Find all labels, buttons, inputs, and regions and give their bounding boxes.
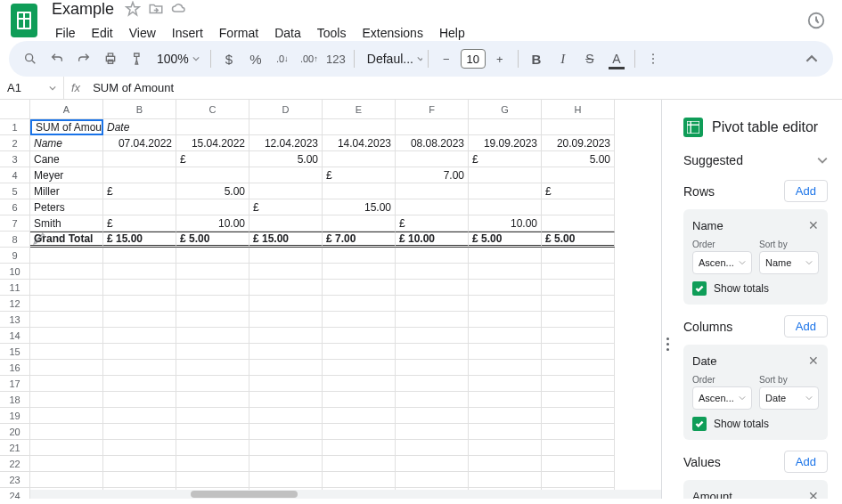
font-size-dec[interactable]: −: [434, 46, 459, 71]
cell[interactable]: [249, 280, 323, 296]
cell[interactable]: [542, 328, 615, 344]
cell[interactable]: £: [469, 151, 542, 167]
cell[interactable]: [103, 472, 176, 488]
cell[interactable]: [30, 328, 103, 344]
cell[interactable]: [176, 312, 249, 328]
cell[interactable]: £ 15.00: [103, 232, 176, 248]
cell[interactable]: [103, 248, 176, 264]
cell[interactable]: [323, 312, 396, 328]
row-header[interactable]: 22: [0, 456, 30, 472]
cell[interactable]: 5.00: [176, 183, 249, 199]
cell[interactable]: [249, 472, 323, 488]
decrease-decimal-btn[interactable]: .0↓: [270, 46, 295, 71]
cell[interactable]: [323, 328, 396, 344]
add-values-button[interactable]: Add: [784, 451, 828, 473]
row-header[interactable]: 7: [0, 215, 30, 232]
suggested-toggle[interactable]: Suggested: [683, 153, 828, 167]
menu-file[interactable]: File: [48, 22, 83, 44]
cell[interactable]: [323, 440, 396, 456]
cell[interactable]: [176, 424, 249, 440]
cell[interactable]: [103, 312, 176, 328]
cell[interactable]: [542, 280, 615, 296]
cols-order-select[interactable]: Ascen...: [692, 386, 752, 410]
cell[interactable]: [176, 296, 249, 312]
cell[interactable]: [103, 199, 176, 215]
font-select[interactable]: Defaul...: [360, 52, 422, 66]
cell-ref-input[interactable]: A1: [0, 77, 64, 99]
cell[interactable]: [30, 312, 103, 328]
history-icon[interactable]: [806, 11, 826, 30]
cell[interactable]: £: [103, 183, 176, 199]
rows-show-totals-check[interactable]: [692, 281, 707, 296]
cell[interactable]: [176, 119, 249, 135]
cell[interactable]: [396, 456, 469, 472]
cell[interactable]: [469, 312, 542, 328]
cell[interactable]: 19.09.2023: [469, 135, 542, 151]
cell[interactable]: [542, 360, 615, 376]
cell[interactable]: [469, 183, 542, 199]
cell[interactable]: [323, 456, 396, 472]
cell[interactable]: [469, 440, 542, 456]
cell[interactable]: [176, 248, 249, 264]
cell[interactable]: [249, 328, 323, 344]
row-header[interactable]: 9: [0, 248, 30, 264]
col-header[interactable]: A: [30, 100, 103, 119]
cell[interactable]: [103, 424, 176, 440]
cell[interactable]: [396, 296, 469, 312]
cell[interactable]: [542, 456, 615, 472]
menu-format[interactable]: Format: [212, 22, 266, 44]
row-header[interactable]: 11: [0, 280, 30, 296]
cell[interactable]: [176, 392, 249, 408]
cell[interactable]: £: [323, 167, 396, 183]
star-icon[interactable]: [125, 1, 141, 17]
currency-btn[interactable]: $: [217, 46, 241, 71]
cell[interactable]: 12.04.2023: [249, 135, 323, 151]
row-header[interactable]: 23: [0, 472, 30, 488]
cell[interactable]: [103, 280, 176, 296]
cell[interactable]: [176, 344, 249, 360]
row-header[interactable]: 19: [0, 408, 30, 424]
cell[interactable]: [542, 215, 615, 232]
cell[interactable]: [176, 328, 249, 344]
cell[interactable]: [396, 264, 469, 280]
cell[interactable]: [396, 424, 469, 440]
cell[interactable]: [249, 215, 323, 232]
cell[interactable]: [103, 360, 176, 376]
cell[interactable]: [249, 360, 323, 376]
cell[interactable]: [396, 119, 469, 135]
cell[interactable]: [249, 296, 323, 312]
cell[interactable]: 07.04.2022: [103, 135, 176, 151]
cell[interactable]: [469, 456, 542, 472]
cell[interactable]: [176, 264, 249, 280]
font-size-inc[interactable]: +: [487, 46, 512, 71]
cell[interactable]: Miller: [30, 183, 103, 199]
cell[interactable]: [396, 248, 469, 264]
doc-title[interactable]: Example: [48, 0, 118, 20]
cell[interactable]: £ 5.00: [176, 232, 249, 248]
cols-sortby-select[interactable]: Date: [759, 386, 819, 410]
paint-format-icon[interactable]: [125, 46, 150, 71]
cloud-saved-icon[interactable]: [171, 1, 187, 17]
remove-values-amount[interactable]: ✕: [808, 489, 819, 499]
collapse-toolbar-icon[interactable]: [799, 46, 824, 71]
cell[interactable]: [30, 456, 103, 472]
cell[interactable]: [396, 312, 469, 328]
cell[interactable]: 08.08.2023: [396, 135, 469, 151]
cell[interactable]: [323, 296, 396, 312]
cell[interactable]: £ 7.00: [323, 232, 396, 248]
cell[interactable]: [103, 376, 176, 392]
cell[interactable]: [469, 199, 542, 215]
cell[interactable]: [469, 296, 542, 312]
cell[interactable]: 14.04.2023: [323, 135, 396, 151]
cell[interactable]: [176, 376, 249, 392]
cell[interactable]: [30, 280, 103, 296]
row-header[interactable]: 8: [0, 232, 30, 248]
cell[interactable]: 10.00: [176, 215, 249, 232]
cell[interactable]: [323, 215, 396, 232]
cell[interactable]: [542, 424, 615, 440]
cell[interactable]: [30, 408, 103, 424]
cell[interactable]: [469, 167, 542, 183]
menu-extensions[interactable]: Extensions: [355, 22, 429, 44]
cell[interactable]: [176, 167, 249, 183]
cell[interactable]: [323, 248, 396, 264]
